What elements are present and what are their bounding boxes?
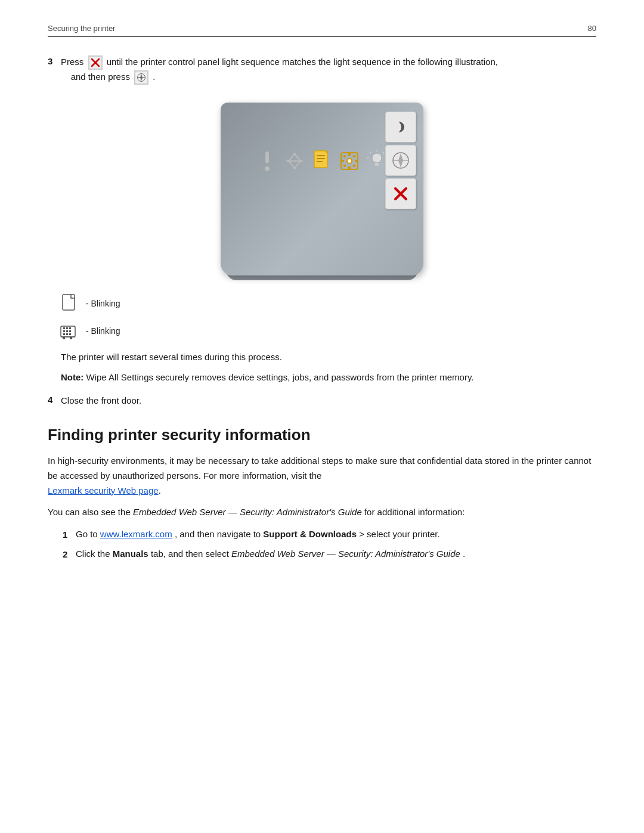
legend-section: - Blinking (60, 293, 596, 341)
header-bar: Securing the printer 80 (48, 24, 596, 37)
svg-rect-30 (343, 164, 346, 168)
legend-item-document: - Blinking (60, 293, 596, 314)
step4-number: 4 (48, 395, 61, 405)
list-item1-content: Go to www.lexmark.com , and then navigat… (76, 527, 596, 541)
svg-rect-45 (69, 333, 71, 335)
list2-text-start: Click the (76, 549, 113, 559)
svg-rect-46 (63, 330, 65, 332)
svg-rect-49 (63, 327, 65, 329)
step3-content: Press until the printer control panel li… (61, 55, 596, 85)
body-paragraph1: In high-security environments, it may be… (48, 454, 596, 498)
svg-line-36 (370, 152, 371, 153)
embedded-web-server-italic: Embedded Web Server — Security: Administ… (133, 507, 362, 517)
svg-rect-31 (352, 164, 356, 168)
svg-rect-47 (66, 330, 68, 332)
svg-rect-39 (374, 163, 379, 165)
svg-point-14 (299, 160, 302, 162)
printer-panel-container (48, 103, 596, 275)
panel-controls-row (230, 150, 414, 172)
svg-point-11 (265, 166, 270, 171)
section-heading: Finding printer security information (48, 426, 596, 444)
svg-rect-40 (375, 165, 379, 166)
page: Securing the printer 80 3 Press until th… (0, 0, 644, 833)
list2-bold-text: Manuals (113, 549, 148, 559)
lexmark-security-link[interactable]: Lexmark security Web page (48, 485, 159, 496)
svg-point-13 (293, 153, 296, 155)
body-paragraph2: You can also see the Embedded Web Server… (48, 505, 596, 520)
list1-bold-text: Support & Downloads (263, 529, 357, 539)
body-para2-end: for additional information: (364, 507, 465, 517)
step3-text-press: Press (61, 57, 83, 67)
svg-rect-43 (63, 333, 65, 335)
list1-text-after: , and then navigate to (175, 529, 263, 539)
svg-rect-25 (348, 166, 351, 169)
step3-number: 3 (48, 56, 61, 66)
list-item-1: 1 Go to www.lexmark.com , and then navig… (63, 527, 596, 542)
lexmark-com-link[interactable]: www.lexmark.com (100, 529, 172, 539)
step3-text-period: . (153, 72, 155, 82)
svg-rect-24 (348, 153, 351, 156)
svg-rect-10 (265, 151, 269, 163)
printer-panel (221, 103, 423, 275)
legend-item2-label: - Blinking (86, 326, 120, 336)
list-item2-content: Click the Manuals tab, and then select E… (76, 547, 596, 561)
legend-item-gear: - Blinking (60, 321, 596, 341)
sleep-button-panel (385, 112, 416, 143)
svg-rect-18 (317, 155, 325, 156)
section-title: Securing the printer (48, 24, 115, 33)
legend-item1-label: - Blinking (86, 299, 120, 308)
svg-point-15 (293, 167, 296, 169)
body-para1-text: In high-security environments, it may be… (48, 456, 591, 481)
svg-rect-50 (66, 327, 68, 329)
svg-rect-41 (63, 295, 75, 310)
list-item1-num: 1 (63, 527, 76, 542)
page-number: 80 (588, 24, 596, 33)
start-button-inline-icon (134, 70, 148, 85)
gear-panel-icon (339, 150, 360, 172)
step3-text-between: until the printer control panel light se… (107, 57, 498, 67)
x-button-inline-icon (88, 55, 103, 70)
svg-point-33 (372, 153, 382, 163)
legend-gear-icon (60, 321, 80, 341)
legend-document-icon (60, 293, 80, 314)
svg-point-32 (348, 159, 351, 163)
info-paragraph: The printer will restart several times d… (61, 350, 596, 364)
list1-text-before: Go to (76, 529, 100, 539)
body-para2-text: You can also see the (48, 507, 131, 517)
svg-rect-48 (69, 330, 71, 332)
svg-rect-26 (341, 160, 344, 162)
svg-line-35 (383, 152, 384, 153)
step3-block: 3 Press until the printer control panel … (48, 55, 596, 85)
note-label: Note: (61, 372, 83, 382)
step4-content: Close the front door. (61, 394, 596, 408)
list2-text-end: . (463, 549, 465, 559)
note-paragraph: Note: Wipe All Settings securely removes… (61, 370, 596, 385)
svg-rect-19 (317, 158, 325, 159)
svg-rect-51 (69, 327, 71, 329)
svg-rect-20 (317, 161, 323, 162)
lightbulb-panel-icon (366, 150, 388, 172)
step3-text-then-press: and then press (71, 72, 130, 82)
note-content: Wipe All Settings securely removes devic… (86, 372, 474, 382)
list-item2-num: 2 (63, 547, 76, 562)
list-item-2: 2 Click the Manuals tab, and then select… (63, 547, 596, 562)
list2-text-middle: tab, and then select (151, 549, 231, 559)
network-panel-icon (284, 150, 305, 172)
step4-block: 4 Close the front door. (48, 394, 596, 408)
numbered-list: 1 Go to www.lexmark.com , and then navig… (63, 527, 596, 562)
svg-rect-27 (355, 160, 358, 162)
list1-text-end: > select your printer. (359, 529, 439, 539)
document-panel-icon (311, 150, 333, 172)
svg-point-16 (287, 160, 290, 162)
svg-rect-29 (352, 154, 356, 158)
cancel-button-panel (385, 178, 416, 209)
svg-rect-44 (66, 333, 68, 335)
list2-italic-text: Embedded Web Server — Security: Administ… (231, 549, 460, 559)
exclamation-panel-icon (256, 150, 278, 172)
svg-rect-28 (343, 154, 346, 158)
